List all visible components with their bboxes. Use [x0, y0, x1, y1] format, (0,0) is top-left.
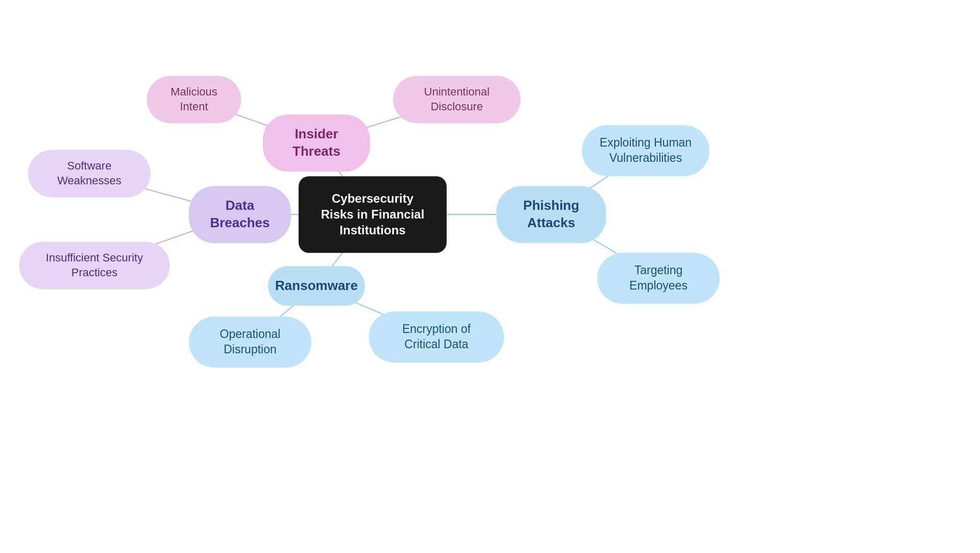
- ransomware-label: Ransomware: [275, 277, 358, 295]
- phishing-attacks-node: Phishing Attacks: [497, 186, 606, 243]
- malicious-intent-node: Malicious Intent: [147, 76, 241, 123]
- insufficient-security-node: Insufficient Security Practices: [19, 242, 170, 289]
- exploiting-human-node: Exploiting Human Vulnerabilities: [582, 125, 709, 176]
- targeting-employees-node: Targeting Employees: [597, 253, 720, 304]
- exploiting-human-label: Exploiting Human Vulnerabilities: [597, 135, 694, 166]
- encryption-critical-data-node: Encryption of Critical Data: [369, 311, 504, 363]
- data-breaches-label: Data Breaches: [207, 197, 273, 232]
- insider-threats-node: Insider Threats: [263, 114, 370, 172]
- operational-disruption-label: Operational Disruption: [204, 327, 296, 357]
- software-weaknesses-label: Software Weaknesses: [42, 159, 136, 188]
- software-weaknesses-node: Software Weaknesses: [28, 150, 151, 197]
- malicious-intent-label: Malicious Intent: [161, 85, 227, 114]
- unintentional-disclosure-label: Unintentional Disclosure: [407, 85, 506, 114]
- unintentional-disclosure-node: Unintentional Disclosure: [393, 76, 521, 123]
- phishing-attacks-label: Phishing Attacks: [515, 197, 588, 232]
- targeting-employees-label: Targeting Employees: [612, 263, 704, 294]
- center-node: Cybersecurity Risks in Financial Institu…: [299, 176, 447, 253]
- operational-disruption-node: Operational Disruption: [189, 317, 311, 368]
- ransomware-node: Ransomware: [268, 266, 365, 306]
- encryption-critical-data-label: Encryption of Critical Data: [384, 322, 489, 352]
- insufficient-security-label: Insufficient Security Practices: [34, 251, 156, 280]
- insider-threats-label: Insider Threats: [281, 126, 352, 160]
- center-label: Cybersecurity Risks in Financial Institu…: [317, 190, 428, 238]
- data-breaches-node: Data Breaches: [189, 186, 291, 243]
